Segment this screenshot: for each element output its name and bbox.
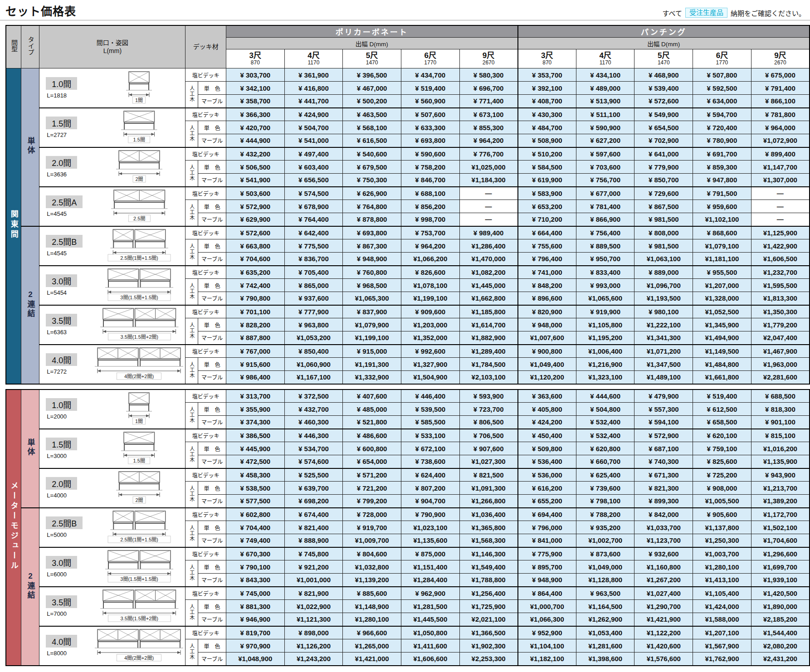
deck-material-label: 塩ビデッキ (185, 226, 226, 239)
width-col-header: 5尺1470 (343, 49, 401, 68)
price-cell: ¥ 513,900 (576, 95, 634, 108)
price-cell: ¥1,902,300 (459, 639, 518, 653)
artificial-wood-label: 人工木 (185, 560, 198, 587)
facade-diagram: 2間 (115, 149, 163, 183)
price-cell: ¥ 980,100 (634, 305, 693, 318)
price-cell: ¥ 424,200 (518, 416, 576, 429)
deck-material-label: 単 色 (198, 279, 226, 292)
price-cell: ¥ 864,400 (518, 587, 576, 600)
price-cell: ¥ 932,600 (634, 547, 693, 560)
price-cell: ¥1,146,300 (459, 547, 518, 560)
deck-material-label: 塩ビデッキ (185, 508, 226, 521)
price-cell: ¥2,021,100 (459, 613, 518, 626)
price-cell: ¥ 947,800 (693, 174, 751, 187)
size-rowhead: 4.0間L=80004間(2間+2間) (39, 626, 185, 666)
size-label: 2.5間B (46, 516, 83, 529)
price-cell: ¥1,102,100 (693, 213, 751, 226)
price-cell: ¥ 424,900 (284, 108, 343, 121)
price-cell: ¥ 749,400 (226, 534, 285, 547)
price-cell: ¥ 664,400 (518, 226, 576, 239)
size-label: 2.0間 (46, 156, 77, 169)
price-cell: ¥ 698,200 (284, 495, 343, 508)
price-cell: ¥1,307,000 (751, 174, 810, 187)
size-label: 3.5間 (46, 595, 77, 608)
price-cell: ¥1,005,500 (693, 495, 751, 508)
price-cell: ¥ 568,100 (343, 121, 401, 134)
note-suffix: 納期をご確認ください。 (731, 8, 805, 18)
price-cell: ¥1,105,400 (693, 587, 751, 600)
price-cell: ¥ 756,700 (576, 174, 634, 187)
price-cell: ¥ 865,000 (284, 279, 343, 292)
price-cell: ¥1,504,900 (401, 371, 459, 384)
facade-diagram: 3.5間(1.5間+2間) (99, 307, 180, 341)
price-cell: ¥1,890,000 (751, 600, 810, 613)
deck-material-label: 単 色 (198, 318, 226, 331)
svg-text:1.5間: 1.5間 (133, 458, 145, 463)
price-cell: ¥ 866,900 (576, 213, 634, 226)
price-cell: ¥ 818,300 (751, 403, 810, 416)
price-cell: ¥1,350,300 (751, 305, 810, 318)
price-cell: ¥ 656,500 (284, 174, 343, 187)
price-cell: ¥1,181,100 (693, 253, 751, 266)
size-rowhead: 2.5間BL=45452.5間(1間+1.5間) (39, 226, 185, 266)
price-cell: — (459, 200, 518, 213)
facade-diagram: 4間(2間+2間) (94, 628, 184, 662)
price-cell: ¥ 539,400 (634, 82, 693, 95)
size-rowhead: 4.0間L=72724間(2間+2間) (39, 345, 185, 384)
price-cell: ¥ 634,000 (693, 95, 751, 108)
price-cell: ¥ 993,000 (576, 279, 634, 292)
price-cell: ¥ 885,600 (343, 587, 401, 600)
deck-material-label: 単 色 (198, 639, 226, 653)
price-cell: ¥1,000,700 (518, 600, 576, 613)
price-cell: ¥ 674,400 (284, 508, 343, 521)
length-label: L=6363 (46, 329, 89, 336)
price-cell: ¥1,203,000 (401, 318, 459, 331)
price-cell: ¥ 825,600 (693, 455, 751, 468)
price-cell: ¥ 641,000 (634, 147, 693, 161)
length-label: L=7272 (46, 368, 89, 375)
price-cell: ¥1,422,900 (751, 239, 810, 253)
price-cell: ¥1,549,400 (459, 560, 518, 574)
svg-text:2.5間: 2.5間 (133, 216, 145, 221)
price-cell: ¥ 710,200 (518, 213, 576, 226)
price-cell: ¥ 943,900 (751, 468, 810, 482)
price-cell: ¥ 741,000 (518, 266, 576, 279)
price-cell: ¥1,784,500 (459, 358, 518, 371)
length-label: L=3636 (46, 171, 89, 178)
price-cell: ¥ 687,100 (634, 442, 693, 455)
price-cell: ¥ 755,600 (518, 239, 576, 253)
deck-material-label: マーブル (198, 331, 226, 345)
price-cell: ¥ 952,900 (518, 626, 576, 639)
price-cell: ¥1,345,900 (693, 318, 751, 331)
price-cell: ¥ 597,600 (576, 147, 634, 161)
price-cell: ¥ 560,900 (401, 95, 459, 108)
price-cell: ¥ 753,700 (401, 226, 459, 239)
price-cell: ¥ 303,700 (226, 68, 285, 82)
price-cell: ¥ 405,800 (518, 403, 576, 416)
price-cell: ¥1,199,100 (343, 331, 401, 345)
price-cell: ¥ 590,900 (576, 121, 634, 134)
price-cell: ¥1,006,400 (576, 345, 634, 358)
price-cell: ¥ 901,100 (751, 416, 810, 429)
price-cell: ¥ 693,800 (343, 226, 401, 239)
artificial-wood-label: 人工木 (185, 279, 198, 305)
price-cell: ¥1,290,700 (634, 600, 693, 613)
price-cell: ¥ 888,900 (284, 534, 343, 547)
price-cell: ¥1,184,300 (459, 174, 518, 187)
price-cell: ¥1,167,100 (284, 371, 343, 384)
price-cell: ¥ 955,500 (693, 266, 751, 279)
price-cell: ¥1,779,200 (751, 318, 810, 331)
svg-text:2.5間(1間+1.5間): 2.5間(1間+1.5間) (120, 537, 158, 542)
price-cell: ¥ 821,900 (284, 587, 343, 600)
price-cell: — (751, 187, 810, 200)
price-cell: ¥1,704,600 (751, 534, 810, 547)
size-label: 2.5間A (46, 195, 83, 208)
price-cell: ¥ 948,000 (518, 318, 576, 331)
price-cell: ¥ 574,600 (284, 455, 343, 468)
price-cell: ¥ 620,800 (576, 442, 634, 455)
price-cell: ¥ 859,300 (693, 161, 751, 174)
artificial-wood-label: 人工木 (185, 121, 198, 147)
price-cell: ¥ 635,200 (226, 266, 285, 279)
price-cell: ¥1,421,900 (634, 613, 693, 626)
price-cell: ¥ 434,700 (401, 68, 459, 82)
